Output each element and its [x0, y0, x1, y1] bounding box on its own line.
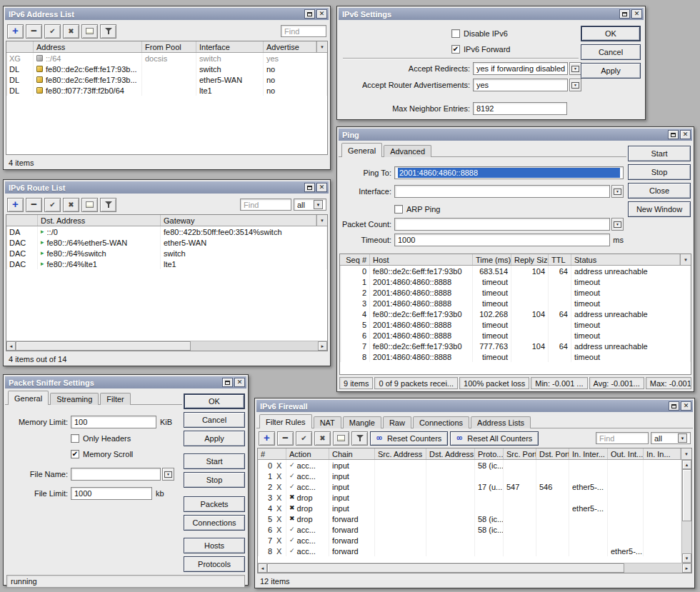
tab-filter-rules[interactable]: Filter Rules [259, 414, 312, 428]
memory-scroll-checkbox[interactable] [71, 450, 79, 458]
table-row[interactable]: 6 2001:4860:4860::8888 timeout timeout [340, 330, 691, 341]
tab-advanced[interactable]: Advanced [384, 145, 431, 157]
disable-ipv6-checkbox[interactable] [451, 29, 460, 38]
reset-counters-button[interactable]: 00Reset Counters [370, 431, 448, 446]
ok-button[interactable]: OK [581, 26, 641, 41]
titlebar[interactable]: IPv6 Firewall ✕ [256, 400, 693, 412]
scroll-thumb[interactable] [682, 469, 691, 521]
titlebar[interactable]: Ping ✕ [339, 129, 692, 141]
filter-select[interactable]: all▼ [651, 432, 691, 444]
remove-button[interactable]: − [26, 24, 42, 39]
only-headers-checkbox[interactable] [71, 434, 79, 443]
table-row[interactable]: DL fe80::de2c:6eff:fe17:93b... switch no [6, 64, 327, 74]
tab-mangle[interactable]: Mangle [343, 416, 381, 428]
table-row[interactable]: 2 2001:4860:4860::8888 timeout timeout [340, 287, 691, 298]
titlebar[interactable]: IPv6 Address List ✕ [5, 8, 329, 20]
restore-button[interactable] [619, 9, 630, 19]
scroll-right-button[interactable]: ► [682, 563, 691, 573]
restore-button[interactable] [304, 9, 315, 19]
table-row[interactable]: DL fe80::de2c:6eff:fe17:93b... ether5-WA… [6, 74, 327, 85]
scroll-down-button[interactable]: ▼ [682, 553, 691, 563]
tab-raw[interactable]: Raw [383, 416, 411, 428]
table-row[interactable]: 3 2001:4860:4860::8888 timeout timeout [340, 298, 691, 308]
file-name-dropdown-button[interactable]: ▼ [162, 468, 174, 481]
tab-filter[interactable]: Filter [100, 393, 130, 405]
start-button[interactable]: Start [628, 146, 691, 161]
col-advertise[interactable]: Advertise [264, 41, 316, 52]
new-window-button[interactable]: New Window [628, 201, 691, 217]
table-row[interactable]: DAC ▸fe80::/64%lte1 lte1 [6, 259, 327, 269]
stop-button[interactable]: Stop [628, 164, 691, 180]
ok-button[interactable]: OK [184, 393, 245, 409]
titlebar[interactable]: Packet Sniffer Settings ✕ [5, 376, 246, 388]
col-action[interactable]: Action [286, 448, 329, 459]
col-in-interface[interactable]: In. Inter... [569, 448, 608, 459]
scroll-right-button[interactable]: ► [318, 341, 327, 351]
col-dst-address[interactable]: Dst. Address [426, 448, 475, 459]
col-src-address[interactable]: Src. Address [375, 448, 426, 459]
disable-button[interactable]: ✖ [63, 198, 79, 212]
chevron-down-icon[interactable]: ▼ [678, 433, 687, 443]
interface-select[interactable] [394, 185, 610, 198]
table-row[interactable]: 7 fe80::de2c:6eff:fe17:93b0 777.763 104 … [340, 341, 691, 351]
col-host[interactable]: Host [370, 254, 473, 265]
col-address[interactable]: Address [34, 41, 142, 52]
cancel-button[interactable]: Cancel [581, 44, 641, 60]
add-button[interactable]: + [7, 198, 24, 212]
comment-button[interactable] [81, 24, 98, 39]
packets-button[interactable]: Packets [184, 496, 245, 512]
find-input[interactable]: Find [281, 25, 326, 37]
enable-button[interactable]: ✔ [296, 431, 312, 446]
scroll-thumb[interactable] [267, 563, 624, 573]
col-protocol[interactable]: Proto... [475, 448, 504, 459]
close-button[interactable]: ✕ [316, 183, 327, 192]
col-status[interactable]: Status [571, 254, 680, 265]
table-row[interactable]: 0X ✓acc... input 58 (ic... [258, 460, 681, 471]
table-row[interactable]: 7X ✓acc... forward [258, 535, 681, 546]
hosts-button[interactable]: Hosts [184, 538, 245, 553]
close-window-button[interactable]: Close [628, 183, 691, 199]
table-row[interactable]: DA ▸::/0 fe80::422b:50ff:fee0:3514%switc… [6, 226, 327, 237]
restore-button[interactable] [304, 183, 315, 192]
col-flags[interactable] [6, 215, 38, 226]
table-row[interactable]: 8 2001:4860:4860::8888 timeout timeout [340, 351, 691, 362]
timeout-input[interactable]: 1000 [394, 234, 610, 246]
enable-button[interactable]: ✔ [44, 198, 61, 212]
add-button[interactable]: + [259, 431, 275, 446]
col-dst-address[interactable]: Dst. Address [38, 215, 161, 226]
column-select-button[interactable]: ▼ [316, 215, 327, 226]
remove-button[interactable]: − [277, 431, 294, 446]
tab-general[interactable]: General [8, 391, 49, 405]
packet-count-select[interactable] [394, 218, 610, 231]
accept-redirects-select[interactable]: yes if forwarding disabled [473, 62, 568, 75]
table-row[interactable]: DAC ▸fe80::/64%switch switch [6, 248, 327, 259]
table-row[interactable]: 4X ✖drop input ether5-... [258, 503, 681, 513]
reset-all-counters-button[interactable]: 00Reset All Counters [450, 431, 539, 446]
table-row[interactable]: 5X ✖drop forward 58 (ic... [258, 513, 681, 524]
scroll-track[interactable] [682, 469, 691, 553]
find-input[interactable]: Find [240, 199, 291, 211]
filter-button[interactable] [100, 198, 116, 212]
accept-redirects-dropdown-button[interactable]: ▼ [569, 62, 581, 75]
chevron-down-icon[interactable]: ▼ [314, 200, 323, 209]
add-button[interactable]: + [7, 24, 24, 39]
col-gateway[interactable]: Gateway [161, 215, 316, 226]
max-neighbor-input[interactable]: 8192 [473, 102, 567, 115]
table-row[interactable]: 5 2001:4860:4860::8888 timeout timeout [340, 319, 691, 330]
tab-nat[interactable]: NAT [314, 416, 341, 428]
remove-button[interactable]: − [26, 198, 42, 212]
table-row[interactable]: 3X ✖drop input [258, 492, 681, 503]
column-select-button[interactable]: ▼ [681, 448, 691, 459]
table-row[interactable]: 0 fe80::de2c:6eff:fe17:93b0 683.514 104 … [340, 266, 691, 276]
stop-button[interactable]: Stop [184, 472, 245, 488]
memory-limit-input[interactable]: 100 [71, 416, 156, 428]
col-in-interface-list[interactable]: In. In... [644, 448, 681, 459]
close-button[interactable]: ✕ [631, 9, 642, 19]
table-row[interactable]: XG ::/64 docsis switch yes [6, 53, 327, 64]
tab-streaming[interactable]: Streaming [50, 393, 99, 405]
col-reply-size[interactable]: Reply Size [511, 254, 549, 265]
connections-button[interactable]: Connections [184, 515, 245, 531]
scroll-track[interactable] [16, 341, 318, 351]
tab-address-lists[interactable]: Address Lists [471, 416, 531, 428]
packet-count-dropdown-button[interactable]: ▼ [611, 218, 624, 231]
